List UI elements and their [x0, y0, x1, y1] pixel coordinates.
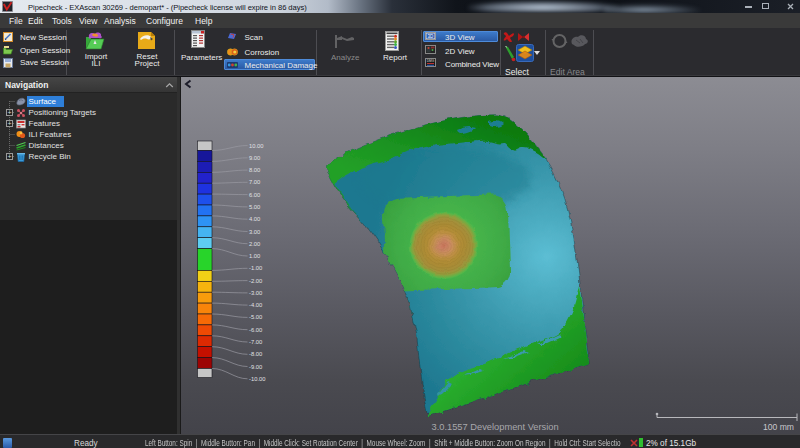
- svg-text:10.00: 10.00: [249, 143, 264, 149]
- svg-text:4.00: 4.00: [249, 216, 260, 222]
- svg-text:1.00: 1.00: [249, 253, 260, 259]
- svg-text:100 mm: 100 mm: [763, 422, 794, 432]
- svg-text:-5.00: -5.00: [249, 314, 262, 320]
- svg-text:2.00: 2.00: [249, 241, 260, 247]
- svg-text:3.0.1557 Development Version: 3.0.1557 Development Version: [432, 422, 559, 432]
- svg-text:-8.00: -8.00: [249, 351, 262, 357]
- svg-text:-6.00: -6.00: [249, 327, 262, 333]
- svg-text:-7.00: -7.00: [249, 339, 262, 345]
- svg-text:6.00: 6.00: [249, 192, 260, 198]
- svg-text:3.00: 3.00: [249, 229, 260, 235]
- svg-text:8.00: 8.00: [249, 167, 260, 173]
- svg-text:DMG: DMG: [427, 59, 435, 63]
- svg-text:3D: 3D: [428, 33, 435, 38]
- svg-text:-4.00: -4.00: [249, 302, 262, 308]
- svg-text:-9.00: -9.00: [249, 364, 262, 370]
- svg-text:9.00: 9.00: [249, 155, 260, 161]
- svg-text:7.00: 7.00: [249, 179, 260, 185]
- svg-text:-3.00: -3.00: [249, 290, 262, 296]
- svg-text:-2.00: -2.00: [249, 278, 262, 284]
- svg-text:-1.00: -1.00: [249, 265, 262, 271]
- svg-text:-10.00: -10.00: [249, 376, 265, 382]
- svg-text:5.00: 5.00: [249, 204, 260, 210]
